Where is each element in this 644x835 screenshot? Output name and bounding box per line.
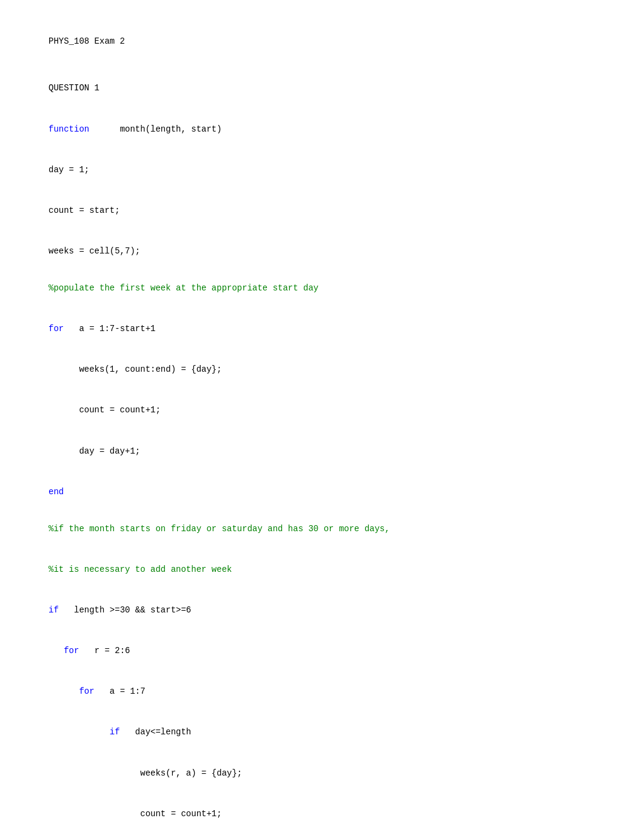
day-inc-1: day = day+1; (49, 446, 140, 456)
weeks-assign-2: weeks(r, a) = {day}; (49, 768, 242, 778)
comment-friday-b: %it is necessary to add another week (49, 565, 232, 574)
for-3-range: a = 1:7 (95, 686, 146, 696)
if-1-condition: length >=30 && start>=6 (59, 605, 191, 615)
for-1-range: a = 1:7-start+1 (64, 324, 155, 334)
question-label: QUESTION 1 (49, 83, 99, 93)
weeks-init: weeks = cell(5,7); (49, 246, 140, 256)
day-init: day = 1; (49, 165, 89, 175)
count-init: count = start; (49, 206, 120, 215)
for-keyword-3: for (49, 686, 95, 696)
comment-friday-a: %if the month starts on friday or saturd… (49, 524, 390, 534)
for-keyword-1: for (49, 324, 64, 334)
if-keyword-1: if (49, 605, 59, 615)
keyword-function: function (49, 124, 89, 134)
function-signature: month(length, start) (89, 124, 221, 134)
for-2-range: r = 2:6 (79, 646, 130, 656)
comment-populate: %populate the first week at the appropri… (49, 283, 318, 293)
if-keyword-2: if (49, 727, 120, 737)
for-keyword-2: for (49, 646, 79, 656)
end-keyword-1: end (49, 487, 64, 497)
if-2-condition: day<=length (120, 727, 192, 737)
count-inc-2: count = count+1; (49, 809, 222, 819)
weeks-assign-1: weeks(1, count:end) = {day}; (49, 364, 222, 374)
page-title: PHYS_108 Exam 2 (49, 36, 595, 46)
count-inc-1: count = count+1; (49, 405, 161, 415)
